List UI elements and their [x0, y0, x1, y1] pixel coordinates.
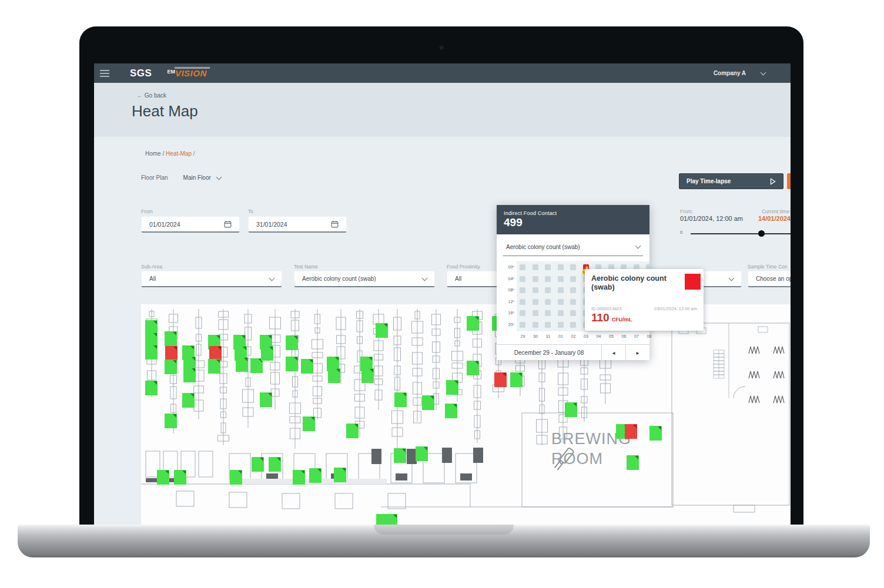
sample-point-marker[interactable]	[376, 323, 388, 338]
timelapse-current-label: Current time:	[762, 209, 791, 214]
sample-point-marker[interactable]	[286, 335, 298, 350]
popup-count: 499	[504, 216, 642, 229]
grid-cell[interactable]	[558, 310, 564, 316]
grid-col-label: 29	[517, 334, 529, 338]
floor-plan-canvas[interactable]: BREWINGROOM	[141, 304, 791, 525]
popup-next-button[interactable]: ▸	[625, 345, 649, 360]
sample-point-marker[interactable]	[182, 393, 195, 408]
sample-point-marker[interactable]	[565, 402, 577, 417]
grid-cell[interactable]	[520, 287, 525, 293]
slider-min-label: 0	[680, 230, 682, 235]
floor-plan-select[interactable]: Main Floor	[183, 174, 221, 181]
grid-cell[interactable]	[520, 299, 525, 305]
grid-cell[interactable]	[545, 276, 551, 282]
sample-point-marker[interactable]	[361, 368, 374, 383]
grid-row-label: 00ʰ	[501, 265, 514, 269]
grid-cell[interactable]	[520, 322, 525, 328]
sample-point-marker[interactable]	[208, 359, 220, 374]
grid-cell[interactable]	[570, 287, 576, 293]
sample-point-marker[interactable]	[165, 414, 177, 428]
sample-point-marker[interactable]	[394, 448, 406, 463]
sample-point-marker[interactable]	[649, 426, 662, 441]
sample-point-marker[interactable]	[260, 392, 272, 407]
grid-col-label: 30	[530, 334, 542, 338]
grid-cell[interactable]	[570, 276, 576, 282]
sample-point-marker[interactable]	[252, 457, 264, 472]
play-timelapse-button[interactable]: Play Time-lapse	[679, 173, 783, 189]
sample-point-marker[interactable]	[309, 468, 322, 483]
sample-point-marker[interactable]	[394, 392, 407, 407]
sample-point-marker[interactable]	[293, 470, 305, 485]
grid-cell[interactable]	[570, 299, 576, 305]
sample-point-marker[interactable]	[467, 316, 479, 331]
sample-point-marker[interactable]	[422, 395, 434, 410]
sample-point-marker[interactable]	[625, 424, 637, 439]
sample-point-marker[interactable]	[446, 380, 458, 395]
grid-cell[interactable]	[558, 276, 564, 282]
calendar-icon	[224, 220, 232, 228]
popup-test-select[interactable]: Aerobic colony count (swab)	[503, 238, 643, 256]
grid-cell[interactable]	[558, 287, 564, 293]
grid-cell[interactable]	[570, 264, 576, 270]
grid-cell[interactable]	[533, 310, 538, 316]
grid-cell[interactable]	[558, 264, 564, 270]
sample-point-marker[interactable]	[165, 346, 178, 361]
chevron-down-icon	[216, 174, 222, 180]
sample-point-marker[interactable]	[385, 514, 397, 525]
grid-cell[interactable]	[545, 287, 551, 293]
breadcrumb-current[interactable]: Heat-Map	[166, 150, 192, 157]
sample-point-marker[interactable]	[145, 345, 158, 359]
grid-cell[interactable]	[545, 299, 551, 305]
slider-thumb[interactable]	[758, 230, 765, 237]
grid-cell[interactable]	[570, 310, 576, 316]
sample-point-marker[interactable]	[627, 455, 639, 470]
from-date-input[interactable]: 01/01/2024	[141, 216, 240, 233]
sample-point-marker[interactable]	[445, 404, 457, 418]
grid-cell[interactable]	[533, 299, 538, 305]
grid-cell[interactable]	[520, 264, 525, 270]
sample-point-marker[interactable]	[183, 368, 196, 382]
grid-cell[interactable]	[533, 264, 538, 270]
sample-point-marker[interactable]	[145, 381, 158, 395]
timelapse-secondary-button[interactable]	[787, 173, 791, 189]
sample-point-marker[interactable]	[230, 470, 242, 485]
sample-point-marker[interactable]	[165, 331, 177, 346]
grid-cell[interactable]	[570, 322, 576, 328]
grid-cell[interactable]	[545, 310, 551, 316]
menu-icon[interactable]	[100, 70, 109, 77]
popup-prev-button[interactable]: ◂	[601, 345, 625, 360]
company-selector[interactable]: Company A	[695, 70, 783, 76]
sub-area-select[interactable]: All	[141, 271, 282, 287]
sample-point-marker[interactable]	[416, 446, 428, 461]
sample-point-marker[interactable]	[165, 359, 177, 374]
sample-point-marker[interactable]	[301, 359, 313, 374]
sample-point-marker[interactable]	[286, 357, 298, 371]
sample-point-marker[interactable]	[157, 470, 169, 485]
grid-cell[interactable]	[533, 322, 538, 328]
grid-cell[interactable]	[533, 287, 538, 293]
grid-cell[interactable]	[520, 276, 525, 282]
sample-point-marker[interactable]	[174, 470, 186, 485]
sample-point-marker[interactable]	[261, 346, 273, 361]
grid-cell[interactable]	[533, 276, 538, 282]
grid-cell[interactable]	[558, 322, 564, 328]
grid-cell[interactable]	[558, 299, 564, 305]
sample-point-marker[interactable]	[328, 368, 340, 383]
sample-point-marker[interactable]	[467, 361, 479, 375]
sample-point-marker[interactable]	[303, 416, 315, 431]
grid-cell[interactable]	[545, 264, 551, 270]
sample-point-marker[interactable]	[269, 457, 281, 472]
sample-time-select[interactable]: Choose an op	[748, 271, 791, 287]
breadcrumb-home[interactable]: Home	[145, 150, 161, 157]
grid-cell[interactable]	[545, 322, 551, 328]
go-back-link[interactable]: ← Go back	[137, 92, 791, 99]
sample-point-marker[interactable]	[510, 372, 523, 387]
sample-point-marker[interactable]	[334, 468, 346, 482]
to-date-input[interactable]: 31/01/2024	[248, 216, 347, 233]
grid-cell[interactable]	[520, 310, 525, 316]
sample-point-marker[interactable]	[494, 372, 507, 387]
sample-point-marker[interactable]	[236, 357, 248, 372]
sample-point-marker[interactable]	[346, 424, 359, 438]
test-name-select[interactable]: Aerobic colony count (swab)	[294, 271, 435, 287]
slider-track[interactable]	[691, 233, 791, 234]
